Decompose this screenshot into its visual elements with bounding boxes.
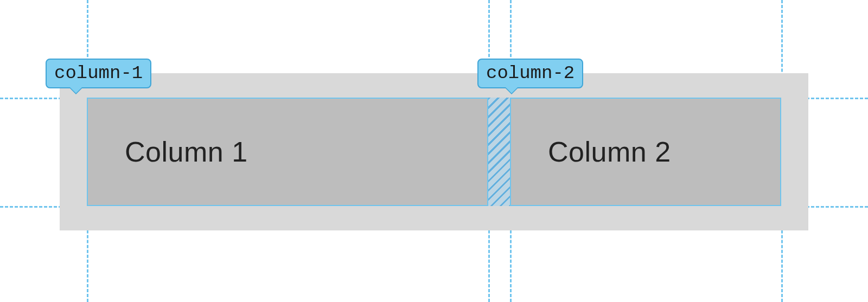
column-1: Column 1 bbox=[87, 98, 488, 206]
column-1-text: Column 1 bbox=[125, 136, 248, 168]
column-2-text: Column 2 bbox=[548, 136, 671, 168]
devtools-grid-overlay: Column 1 Column 2 column-1 column-2 bbox=[0, 0, 868, 302]
label-pointer-icon bbox=[506, 87, 518, 93]
grid-area-label-column-2: column-2 bbox=[477, 59, 583, 88]
grid-container: Column 1 Column 2 bbox=[60, 73, 808, 230]
column-2: Column 2 bbox=[510, 98, 781, 206]
label-pointer-icon bbox=[70, 87, 82, 93]
grid-area-label-text: column-1 bbox=[54, 63, 143, 83]
grid-area-label-column-1: column-1 bbox=[46, 59, 151, 88]
grid-area-label-text: column-2 bbox=[486, 63, 575, 83]
